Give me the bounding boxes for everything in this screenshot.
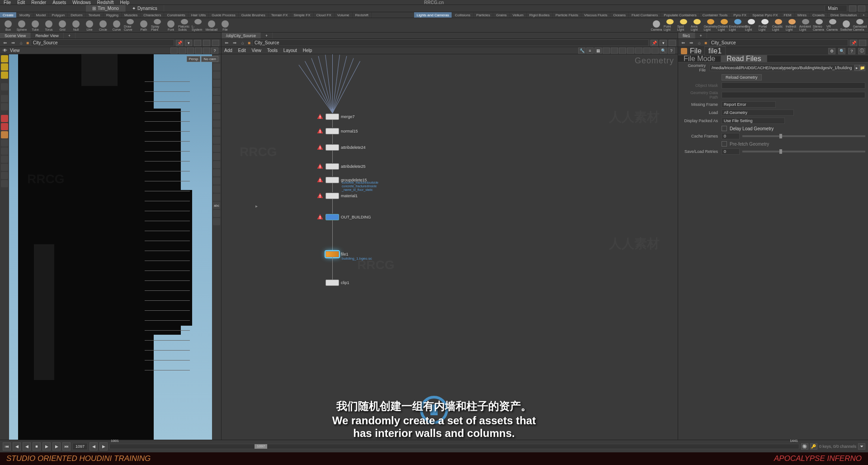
- tool-metaball[interactable]: Metaball: [205, 19, 218, 32]
- shelf-cloudfx[interactable]: Cloud FX: [314, 12, 335, 18]
- disp-4-icon[interactable]: [213, 80, 220, 87]
- shelf-rigidbodies[interactable]: Rigid Bodies: [527, 12, 553, 18]
- key-icon[interactable]: 🔑: [810, 443, 817, 450]
- tool-pointlight[interactable]: Point Light: [664, 19, 676, 32]
- first-frame-button[interactable]: ⏮: [3, 442, 11, 451]
- tab-add-icon[interactable]: +: [64, 33, 75, 38]
- file-browse-icon[interactable]: ▸: [854, 65, 859, 71]
- tab-render-view[interactable]: Render View: [31, 33, 63, 38]
- tool-camera[interactable]: Camera: [650, 19, 663, 32]
- shelf-guidebrush[interactable]: Guide Brushes: [239, 12, 269, 18]
- shelf-oceans[interactable]: Oceans: [610, 12, 629, 18]
- shelf-sparsepyrofx[interactable]: Sparse Pyro FX: [750, 12, 781, 18]
- shelf-simplefx[interactable]: Simple FX: [291, 12, 314, 18]
- snap-icon[interactable]: [1, 103, 8, 110]
- net-pin-icon[interactable]: 📌: [651, 40, 658, 46]
- disp-11-icon[interactable]: [213, 137, 220, 144]
- param-tab-add-icon[interactable]: +: [695, 33, 707, 38]
- tool-spraypaint[interactable]: Spray Paint: [151, 19, 164, 32]
- node-normal15[interactable]: normal15: [316, 128, 358, 135]
- shelf-texture[interactable]: Texture: [86, 12, 104, 18]
- tool-circle[interactable]: Circle: [97, 19, 109, 32]
- param-tab[interactable]: file1: [678, 33, 695, 38]
- net-panel-btn-1[interactable]: [669, 40, 676, 46]
- param-info-icon[interactable]: ⓘ: [858, 48, 865, 54]
- shelf-grains[interactable]: Grains: [493, 12, 510, 18]
- disp-12-icon[interactable]: [213, 145, 220, 152]
- view-btn-4[interactable]: [195, 47, 202, 54]
- view-btn-2[interactable]: [179, 47, 186, 54]
- menu-assets[interactable]: Assets: [52, 0, 66, 5]
- node-attribdelete24[interactable]: attribdelete24: [316, 144, 366, 151]
- net-menu-edit[interactable]: Edit: [238, 48, 246, 53]
- next-key-button[interactable]: ▶: [99, 442, 108, 451]
- network-tab[interactable]: /obj/City_Source: [222, 33, 261, 38]
- tool-tube[interactable]: Tube: [29, 19, 42, 32]
- net-nav-back-icon[interactable]: ⬅: [223, 40, 230, 46]
- tool-lsystem[interactable]: L-System: [192, 19, 204, 32]
- eye-icon[interactable]: 👁: [3, 48, 7, 53]
- net-btn-7[interactable]: [651, 47, 659, 54]
- sel-dyn-icon[interactable]: [1, 71, 8, 79]
- timeline-track[interactable]: 1001 1097 1441: [109, 444, 799, 449]
- load-dropdown[interactable]: All Geometry: [722, 109, 794, 116]
- desktop-dropdown[interactable]: Main: [825, 5, 847, 12]
- disp-8-icon[interactable]: [213, 112, 220, 119]
- node-attribdelete25[interactable]: attribdelete25: [316, 163, 366, 170]
- tool-curve[interactable]: Curve: [110, 19, 123, 32]
- shelf-add-icon[interactable]: +: [860, 12, 868, 18]
- net-menu-tools[interactable]: Tools: [267, 48, 278, 53]
- tool-stereocam[interactable]: Stereo Camera: [813, 19, 826, 32]
- search-icon[interactable]: 🔍: [660, 47, 667, 54]
- dd-icon[interactable]: ▾: [185, 40, 192, 46]
- disp-3-icon[interactable]: [213, 71, 220, 79]
- shelf-viscousfluids[interactable]: Viscous Fluids: [581, 12, 610, 18]
- tool-red-2[interactable]: [1, 123, 8, 130]
- shelf-volume[interactable]: Volume: [335, 12, 353, 18]
- shelf-particles[interactable]: Particles: [474, 12, 494, 18]
- shelf-guideproc[interactable]: Guide Process: [209, 12, 238, 18]
- lock-icon[interactable]: [1, 95, 8, 102]
- delay-load-checkbox[interactable]: [722, 126, 727, 131]
- display-packed-dropdown[interactable]: Use File Setting: [722, 118, 785, 124]
- tool-spotlight[interactable]: Spot Light: [677, 19, 690, 32]
- shelf-containertools[interactable]: Container Tools: [700, 12, 731, 18]
- disp-17-icon[interactable]: [213, 185, 220, 193]
- param-search-icon[interactable]: 🔍: [838, 48, 845, 54]
- net-menu-view[interactable]: View: [252, 48, 262, 53]
- reload-geometry-button[interactable]: Reload Geometry: [722, 74, 762, 81]
- node-merge7[interactable]: merge7: [316, 113, 355, 120]
- disp-abc-icon[interactable]: abc: [213, 202, 220, 209]
- list-icon[interactable]: ≡: [586, 47, 594, 54]
- next-frame-button[interactable]: ▶: [52, 442, 61, 451]
- shelf-redshift[interactable]: Redshift: [353, 12, 372, 18]
- menu-render[interactable]: Render: [31, 0, 46, 5]
- sel-obj-icon[interactable]: [1, 55, 8, 62]
- menu-redshift[interactable]: Redshift: [97, 0, 114, 5]
- node-OUT_BUILDING[interactable]: OUT_BUILDING: [316, 214, 371, 221]
- shelf-deform[interactable]: Deform: [68, 12, 85, 18]
- shelf-wires[interactable]: Wires: [795, 12, 810, 18]
- pointer-icon[interactable]: [1, 83, 8, 90]
- param-tab-filemode[interactable]: File Mode: [678, 55, 721, 62]
- net-nav-home-icon[interactable]: ⌂: [240, 40, 246, 46]
- net-btn-4[interactable]: [627, 47, 634, 54]
- shelf-modify[interactable]: Modify: [17, 12, 33, 18]
- disp-15-icon[interactable]: [213, 169, 220, 176]
- net-menu-layout[interactable]: Layout: [283, 48, 297, 53]
- net-menu-help[interactable]: Help: [303, 48, 312, 53]
- shelf-constraints[interactable]: Constraints: [164, 12, 188, 18]
- desktop-tab-tim-mono[interactable]: ⊞ Tim_Mono: [86, 5, 126, 12]
- shelf-rigging[interactable]: Rigging: [104, 12, 122, 18]
- net-btn-3[interactable]: [619, 47, 626, 54]
- disp-7-icon[interactable]: [213, 104, 220, 111]
- play-button[interactable]: ▶: [42, 442, 51, 451]
- pin-icon[interactable]: 📌: [176, 40, 183, 46]
- stop-button[interactable]: ■: [33, 442, 41, 451]
- tool-sphere[interactable]: Sphere: [15, 19, 28, 32]
- tool-ambientlight[interactable]: Ambient Light: [799, 19, 812, 32]
- tool-misc-2[interactable]: [1, 147, 8, 155]
- tool-file[interactable]: File: [219, 19, 231, 32]
- view-btn-1[interactable]: [170, 47, 178, 54]
- shelf-model[interactable]: Model: [33, 12, 49, 18]
